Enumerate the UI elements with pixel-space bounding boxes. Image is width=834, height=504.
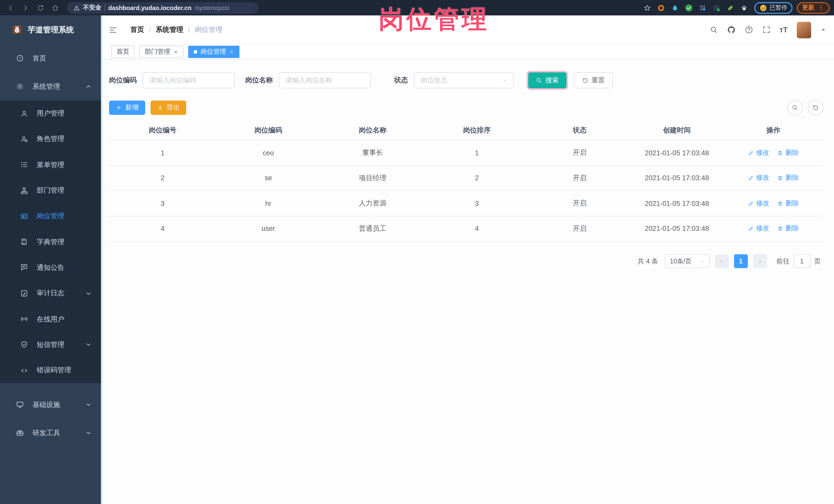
sidebar-item-infrastructure[interactable]: 基础设施 — [0, 391, 101, 419]
font-size-button[interactable]: тT — [780, 26, 788, 34]
refresh-table-button[interactable] — [808, 100, 824, 115]
cell-post-name: 人力资源 — [320, 198, 424, 208]
cell-post-code: se — [216, 174, 320, 182]
tab-close-button[interactable] — [174, 48, 178, 56]
sidebar-scrollbar[interactable] — [101, 16, 103, 504]
sidebar-item-error-code-management[interactable]: 错误码管理 — [0, 357, 101, 383]
browser-toolbar: 不安全 dashboard.yudao.iocoder.cn/system/po… — [0, 0, 834, 16]
cell-post-sort: 2 — [425, 174, 529, 182]
extension-grid-icon[interactable] — [697, 2, 708, 14]
close-icon — [229, 49, 234, 54]
next-page-button[interactable] — [753, 254, 767, 268]
chevron-right-icon — [757, 258, 763, 264]
sidebar-fold-button[interactable] — [109, 25, 117, 34]
chevron-down-icon — [699, 258, 705, 264]
button-label: 导出 — [167, 103, 180, 112]
sidebar-item-label: 错误码管理 — [37, 366, 93, 375]
sidebar: 芋道管理系统 首页 系统管理 用户管理 角色管理 — [0, 16, 101, 504]
delete-link[interactable]: 删除 — [777, 199, 799, 208]
app-logo-row[interactable]: 芋道管理系统 — [0, 16, 101, 44]
browser-update-button[interactable]: 更新 — [797, 2, 830, 14]
sidebar-item-dev-tools[interactable]: 研发工具 — [0, 419, 101, 447]
edit-link[interactable]: 修改 — [748, 224, 769, 233]
search-button[interactable]: 搜索 — [528, 72, 566, 88]
caret-down-icon — [820, 27, 827, 33]
post-name-input[interactable] — [279, 72, 371, 88]
sidebar-item-department-management[interactable]: 部门管理 — [0, 178, 101, 203]
sidebar-item-user-management[interactable]: 用户管理 — [0, 101, 101, 126]
edit-link[interactable]: 修改 — [748, 199, 769, 208]
address-bar[interactable]: 不安全 dashboard.yudao.iocoder.cn/system/po… — [67, 2, 259, 14]
sidebar-item-home[interactable]: 首页 — [0, 44, 101, 72]
field-label: 状态 — [394, 75, 408, 85]
tab-home[interactable]: 首页 — [111, 46, 134, 58]
cell-created-time: 2021-01-05 17:03:48 — [631, 225, 723, 233]
extension-list-icon[interactable] — [710, 2, 722, 14]
chevron-down-icon — [502, 77, 508, 84]
post-table: 岗位编号 岗位编码 岗位名称 岗位排序 状态 创建时间 操作 1 ceo 董事长… — [109, 120, 824, 241]
sidebar-item-menu-management[interactable]: 菜单管理 — [0, 152, 101, 178]
tab-close-button[interactable] — [229, 48, 234, 56]
chevron-down-icon — [85, 341, 92, 349]
user-menu-button[interactable] — [820, 27, 827, 33]
post-code-input[interactable] — [142, 72, 234, 88]
fullscreen-button[interactable] — [762, 25, 770, 34]
extension-orange-ring-icon[interactable] — [655, 2, 667, 14]
goto-page-input[interactable] — [793, 254, 810, 268]
sidebar-item-dict-management[interactable]: 字典管理 — [0, 229, 101, 255]
breadcrumb-system[interactable]: 系统管理 — [156, 25, 183, 35]
chat-bubble-icon — [20, 264, 28, 272]
breadcrumb-home[interactable]: 首页 — [130, 25, 144, 35]
cell-actions: 修改 删除 — [723, 148, 824, 157]
sidebar-item-audit-log[interactable]: 审计日志 — [0, 280, 101, 306]
sidebar-item-post-management[interactable]: 岗位管理 — [0, 203, 101, 229]
cell-status: 开启 — [529, 148, 631, 158]
help-button[interactable] — [744, 25, 753, 34]
sidebar-item-label: 首页 — [32, 53, 92, 63]
browser-forward-button[interactable] — [19, 1, 32, 14]
toggle-search-button[interactable] — [787, 100, 803, 115]
edit-link[interactable]: 修改 — [748, 148, 769, 157]
user-avatar[interactable] — [797, 22, 811, 38]
extension-drop-icon[interactable] — [669, 2, 681, 14]
log-pad-icon — [20, 289, 28, 297]
sidebar-item-online-users[interactable]: 在线用户 — [0, 306, 101, 332]
link-label: 删除 — [786, 148, 799, 157]
browser-home-button[interactable] — [49, 1, 62, 14]
sidebar-item-sms-management[interactable]: 短信管理 — [0, 332, 101, 357]
delete-link[interactable]: 删除 — [777, 174, 799, 182]
extension-check-icon[interactable] — [683, 2, 695, 14]
cell-post-id: 2 — [109, 174, 216, 182]
status-select[interactable]: 岗位状态 — [414, 72, 514, 88]
browser-back-button[interactable] — [4, 1, 17, 14]
page-size-select[interactable]: 10条/页 — [664, 254, 709, 268]
sidebar-item-system-management[interactable]: 系统管理 — [0, 72, 101, 101]
add-button[interactable]: 新增 — [109, 101, 145, 115]
export-button[interactable]: 导出 — [150, 101, 186, 115]
delete-link[interactable]: 删除 — [777, 148, 799, 157]
github-icon — [727, 25, 736, 34]
prev-page-button[interactable] — [715, 254, 728, 268]
edit-link[interactable]: 修改 — [748, 174, 769, 182]
sidebar-item-role-management[interactable]: 角色管理 — [0, 126, 101, 152]
github-link[interactable] — [727, 25, 736, 34]
cell-post-name: 普通员工 — [320, 224, 424, 234]
extension-paw-icon[interactable] — [738, 2, 750, 14]
breadcrumb-separator: / — [149, 26, 151, 34]
button-label: 新增 — [125, 103, 139, 112]
toolbox-icon — [16, 429, 24, 437]
reset-button[interactable]: 重置 — [574, 72, 613, 88]
tab-post-management[interactable]: 岗位管理 — [189, 46, 240, 58]
extension-leaf-icon[interactable] — [724, 2, 736, 14]
header-search-button[interactable] — [709, 25, 718, 34]
browser-reload-button[interactable] — [34, 1, 47, 14]
code-icon — [20, 366, 28, 374]
sidebar-item-label: 菜单管理 — [37, 160, 93, 170]
tab-department-management[interactable]: 部门管理 — [139, 46, 183, 58]
bookmark-star-icon[interactable] — [641, 2, 653, 14]
link-label: 修改 — [756, 174, 769, 182]
sidebar-item-notice[interactable]: 通知公告 — [0, 255, 101, 280]
paused-extension-badge[interactable]: 已暂停 — [754, 2, 792, 14]
delete-link[interactable]: 删除 — [777, 224, 799, 233]
page-number-button[interactable]: 1 — [733, 254, 747, 268]
